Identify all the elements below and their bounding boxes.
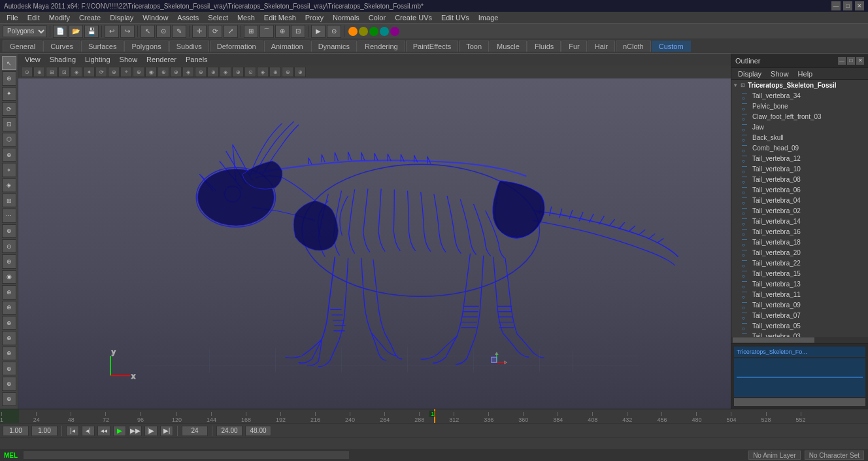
left-tool-btn-3[interactable]: ⟳: [2, 102, 16, 116]
vp-menu-renderer[interactable]: Renderer: [142, 55, 180, 64]
outliner-item-14[interactable]: —○Tail_vertebra_16: [731, 226, 868, 237]
current-frame-input[interactable]: [3, 426, 29, 436]
tab-surfaces[interactable]: Surfaces: [81, 41, 124, 52]
menu-item-modify[interactable]: Modify: [45, 13, 74, 22]
outliner-restore-btn[interactable]: □: [847, 57, 855, 65]
select-btn[interactable]: ↖: [141, 25, 155, 38]
timeline[interactable]: 1 12448729612014416819221624026428831233…: [0, 409, 868, 424]
outliner-item-13[interactable]: —○Tail_vertebra_14: [731, 216, 868, 226]
left-tool-btn-1[interactable]: ⊕: [2, 71, 16, 85]
outliner-item-8[interactable]: —○Tail_vertebra_10: [731, 163, 868, 174]
menu-item-color[interactable]: Color: [365, 13, 390, 22]
outliner-menu-show[interactable]: Show: [767, 69, 793, 78]
outliner-item-20[interactable]: —○Tail_vertebra_11: [731, 289, 868, 299]
left-tool-btn-2[interactable]: ✦: [2, 87, 16, 101]
undo-btn[interactable]: ↩: [105, 25, 119, 38]
outliner-item-12[interactable]: —○Tail_vertebra_02: [731, 205, 868, 216]
move-btn[interactable]: ✛: [192, 25, 207, 38]
scale-btn[interactable]: ⤢: [224, 25, 238, 38]
left-tool-btn-19[interactable]: ⊕: [2, 347, 16, 360]
left-tool-btn-11[interactable]: ⊕: [2, 224, 16, 238]
tab-fluids[interactable]: Fluids: [527, 41, 561, 52]
outliner-item-18[interactable]: —○Tail_vertebra_15: [731, 268, 868, 279]
left-tool-btn-5[interactable]: ⬡: [2, 133, 16, 146]
vp-menu-lighting[interactable]: Lighting: [81, 55, 114, 64]
outliner-item-19[interactable]: —○Tail_vertebra_13: [731, 279, 868, 289]
tab-ncloth[interactable]: nCloth: [616, 41, 651, 52]
left-tool-btn-18[interactable]: ⊕: [2, 331, 16, 345]
vp-tool-btn-8[interactable]: ⌖: [120, 67, 132, 77]
step-fwd-btn[interactable]: |▶: [144, 426, 158, 436]
tab-curves[interactable]: Curves: [43, 41, 80, 52]
tab-fur[interactable]: Fur: [561, 41, 587, 52]
vp-tool-btn-4[interactable]: ◈: [71, 67, 82, 77]
outliner-item-4[interactable]: —○Jaw: [731, 122, 868, 132]
tab-dynamics[interactable]: Dynamics: [311, 41, 357, 52]
play-fwd-all-btn[interactable]: ▶▶: [129, 426, 142, 436]
menu-item-display[interactable]: Display: [106, 13, 137, 22]
go-end-btn[interactable]: ▶|: [160, 426, 173, 436]
outliner-item-5[interactable]: —○Back_skull: [731, 132, 868, 143]
new-scene-btn[interactable]: 📄: [53, 25, 67, 38]
end-frame-input[interactable]: [182, 426, 208, 436]
left-tool-btn-22[interactable]: ⊕: [2, 392, 16, 406]
outliner-item-16[interactable]: —○Tail_vertebra_20: [731, 247, 868, 258]
minimize-button[interactable]: —: [831, 1, 841, 10]
start-frame-input[interactable]: [31, 426, 58, 436]
outliner-item-1[interactable]: —○Tail_vertebra_34: [731, 90, 868, 101]
left-tool-btn-12[interactable]: ⊙: [2, 239, 16, 253]
vp-menu-panels[interactable]: Panels: [182, 55, 212, 64]
vp-tool-btn-0[interactable]: ⊙: [21, 67, 33, 77]
left-tool-btn-21[interactable]: ⊕: [2, 377, 16, 390]
vp-tool-btn-7[interactable]: ⊕: [108, 67, 120, 77]
snap-view-btn[interactable]: ⊡: [291, 25, 305, 38]
outliner-item-11[interactable]: —○Tail_vertebra_04: [731, 195, 868, 205]
left-tool-btn-16[interactable]: ⊕: [2, 301, 16, 315]
left-tool-btn-15[interactable]: ⊕: [2, 285, 16, 299]
menu-item-file[interactable]: File: [3, 13, 22, 22]
left-tool-btn-0[interactable]: ↖: [2, 56, 16, 70]
outliner-item-9[interactable]: —○Tail_vertebra_08: [731, 174, 868, 184]
no-anim-layer-badge[interactable]: No Anim Layer: [748, 451, 801, 460]
menu-item-create[interactable]: Create: [75, 13, 105, 22]
left-tool-btn-4[interactable]: ⊡: [2, 117, 16, 131]
tab-subdivs[interactable]: Subdivs: [169, 41, 209, 52]
snap-curve-btn[interactable]: ⌒: [259, 25, 274, 38]
outliner-mini-scroll-thumb[interactable]: [734, 398, 865, 406]
tab-rendering[interactable]: Rendering: [358, 41, 405, 52]
menu-item-image[interactable]: Image: [475, 13, 503, 22]
lasso-btn[interactable]: ⊙: [156, 25, 171, 38]
outliner-item-2[interactable]: —○Pelvic_bone: [731, 101, 868, 111]
vp-tool-btn-9[interactable]: ⊕: [133, 67, 144, 77]
paint-btn[interactable]: ✎: [172, 25, 186, 38]
outliner-item-23[interactable]: —○Tail_vertebra_05: [731, 320, 868, 331]
play-fwd-btn[interactable]: ▶: [113, 426, 126, 436]
tab-muscle[interactable]: Muscle: [490, 41, 527, 52]
vp-tool-btn-11[interactable]: ⊕: [158, 67, 169, 77]
menu-item-edit mesh[interactable]: Edit Mesh: [260, 13, 300, 22]
outliner-hscroll-thumb[interactable]: [733, 337, 814, 343]
outliner-item-0[interactable]: ▾⊡Triceratops_Skeleton_Fossil: [731, 80, 868, 90]
outliner-menu-help[interactable]: Help: [794, 69, 817, 78]
vp-menu-view[interactable]: View: [21, 55, 44, 64]
vp-menu-shading[interactable]: Shading: [46, 55, 80, 64]
menu-item-create uvs[interactable]: Create UVs: [391, 13, 436, 22]
outliner-item-10[interactable]: —○Tail_vertebra_06: [731, 184, 868, 195]
outliner-item-17[interactable]: —○Tail_vertebra_22: [731, 258, 868, 268]
vp-tool-btn-1[interactable]: ⊕: [33, 67, 45, 77]
menu-item-proxy[interactable]: Proxy: [301, 13, 327, 22]
vp-tool-btn-16[interactable]: ◈: [220, 67, 231, 77]
snap-point-btn[interactable]: ⊕: [275, 25, 290, 38]
rotate-btn[interactable]: ⟳: [208, 25, 222, 38]
tab-polygons[interactable]: Polygons: [124, 41, 168, 52]
left-tool-btn-10[interactable]: ⋯: [2, 209, 16, 222]
redo-btn[interactable]: ↪: [120, 25, 135, 38]
command-input[interactable]: [23, 451, 350, 460]
tab-custom[interactable]: Custom: [652, 41, 691, 52]
vp-tool-btn-14[interactable]: ⊕: [195, 67, 207, 77]
menu-item-assets[interactable]: Assets: [173, 13, 203, 22]
vp-tool-btn-10[interactable]: ◉: [145, 67, 157, 77]
outliner-mini-scroll[interactable]: [734, 398, 865, 406]
left-tool-btn-20[interactable]: ⊕: [2, 362, 16, 375]
vp-tool-btn-13[interactable]: ◈: [182, 67, 194, 77]
